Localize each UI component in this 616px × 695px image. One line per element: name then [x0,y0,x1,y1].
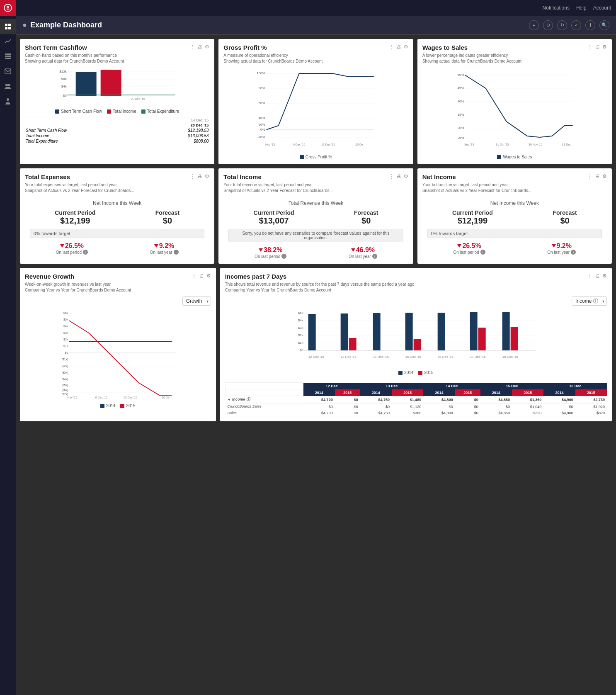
incomes-actions: ⋮ 🖨 ⚙ [587,273,607,279]
rev-growth-print-icon[interactable]: 🖨 [199,273,204,279]
incomes-settings-icon[interactable]: ⚙ [602,273,607,279]
net-income-delta1-label: On last period i [453,250,485,255]
svg-text:16 Dec '15: 16 Dec '15 [437,355,454,359]
svg-text:$3k: $3k [63,331,68,334]
cashflow-print-icon[interactable]: 🖨 [197,44,202,50]
svg-text:40%: 40% [259,116,265,120]
rev-growth-settings-icon[interactable]: ⚙ [206,273,211,279]
incomes-dropdown[interactable]: Income ⓘ [572,296,607,306]
account-link[interactable]: Account [593,5,611,11]
card-wages-to-sales: Wages to Sales ⋮ 🖨 ⚙ A lower percentage … [417,39,612,164]
edit-button[interactable]: ✓ [571,20,581,30]
cashflow-menu-icon[interactable]: ⋮ [190,44,195,50]
expenses-delta1-info[interactable]: i [83,250,88,255]
share-button[interactable]: ⊖ [543,20,553,30]
svg-text:0%: 0% [260,128,265,131]
expenses-forecast-value: $0 [155,216,179,226]
expenses-settings-icon[interactable]: ⚙ [205,173,209,179]
16dec-2014: 2014 [543,389,575,396]
svg-text:-20%: -20% [257,135,265,139]
sidebar-item-chart[interactable] [0,34,16,49]
net-income-print-icon[interactable]: 🖨 [595,173,600,179]
income-delta2-info[interactable]: i [372,254,377,259]
main-area: Notifications Help Account ● Example Das… [16,0,616,695]
table-13dec-header: 13 Dec [360,383,424,389]
help-link[interactable]: Help [576,5,587,11]
incomes-data-table: 12 Dec 13 Dec 14 Dec 15 Dec 16 Dec 2014 … [225,382,607,416]
sidebar-item-grid[interactable] [0,49,16,64]
net-income-delta2-info[interactable]: i [571,250,576,255]
income-print-icon[interactable]: 🖨 [396,173,401,179]
svg-text:13 Dec '15: 13 Dec '15 [321,143,335,146]
net-income-menu-icon[interactable]: ⋮ [587,173,592,179]
gross-profit-menu-icon[interactable]: ⋮ [389,44,394,50]
sidebar-item-dashboard[interactable] [0,19,16,34]
income-subtitle: Your total revenue vs target, last perio… [223,182,408,194]
net-income-forecast-label: Forecast [553,209,577,216]
svg-rect-4 [5,27,7,29]
income-progress: Sorry, you do not have any scenarios to … [228,229,403,242]
svg-rect-11 [9,56,11,57]
rev-growth-menu-icon[interactable]: ⋮ [192,273,196,279]
table-14dec-header: 14 Dec [423,383,480,389]
logo[interactable]: B [0,0,16,16]
svg-point-16 [5,84,8,86]
add-button[interactable]: + [529,20,539,30]
svg-text:50%: 50% [457,73,464,77]
expenses-menu-icon[interactable]: ⋮ [190,173,195,179]
info-button[interactable]: ℹ [585,20,595,30]
wages-menu-icon[interactable]: ⋮ [587,44,592,50]
crunchboards-16dec-2014: $0 [543,403,575,410]
svg-text:$5k: $5k [63,318,68,321]
wages-settings-icon[interactable]: ⚙ [602,44,607,50]
crunchboards-13dec-2015: $1,120 [392,403,423,410]
rev-growth-dropdown[interactable]: Growth Value [182,296,211,306]
crunchboards-row-label: CrunchBoards Sales [225,403,303,410]
row-1: Short Term Cashflow ⋮ 🖨 ⚙ Cash-on-hand b… [20,39,612,164]
rev-growth-actions: ⋮ 🖨 ⚙ [192,273,211,279]
cashflow-settings-icon[interactable]: ⚙ [205,44,209,50]
search-button[interactable]: 🔍 [599,20,609,30]
svg-text:35%: 35% [457,113,464,117]
sidebar-item-mail[interactable] [0,64,16,79]
gross-profit-print-icon[interactable]: 🖨 [396,44,401,50]
income-delta1-info[interactable]: i [281,254,286,259]
incomes-menu-icon[interactable]: ⋮ [587,273,592,279]
legend-expenditure: Total Expenditure [141,109,179,114]
income-16dec-2015: $2,739 [575,396,607,404]
svg-rect-5 [8,27,11,29]
net-income-delta1-info[interactable]: i [480,250,485,255]
expenses-header: Total Expenses ⋮ 🖨 ⚙ [25,173,209,180]
svg-rect-101 [308,314,315,350]
notifications-link[interactable]: Notifications [543,5,570,11]
income-menu-icon[interactable]: ⋮ [389,173,394,179]
expenses-delta2-val: 9.2% [150,242,179,250]
income-delta2: 46.9% On last year i [349,246,377,259]
svg-text:60%: 60% [259,101,265,105]
refresh-button[interactable]: ↻ [557,20,567,30]
income-14dec-2014: $4,800 [423,396,455,404]
net-income-forecast-value: $0 [553,216,577,226]
expenses-actions: ⋮ 🖨 ⚙ [190,173,209,179]
sidebar-item-person[interactable] [0,94,16,109]
rev-growth-chart: $6k $5k $4k $3k $2k $1k $0 ($1k) ($2k) (… [25,308,211,399]
sales-16dec-2014: $4,900 [543,410,575,416]
income-settings-icon[interactable]: ⚙ [404,173,408,179]
sidebar-item-users[interactable] [0,79,16,94]
net-income-settings-icon[interactable]: ⚙ [602,173,607,179]
table-15dec-header: 15 Dec [480,383,544,389]
incomes-print-icon[interactable]: 🖨 [595,273,600,279]
gross-profit-settings-icon[interactable]: ⚙ [404,44,408,50]
expenses-delta2-info[interactable]: i [174,250,179,255]
sales-16dec-2015: $820 [575,410,607,416]
income-14dec-2015: $0 [455,396,480,404]
sidebar: B [0,0,16,695]
expenses-current-col: Current Period $12,199 [55,209,95,226]
svg-rect-8 [9,53,11,55]
income-current-value: $13,007 [254,216,294,226]
table-row-sales: Sales $4,700 $0 $4,750 $360 $4,800 $0 $4… [225,410,607,416]
wages-print-icon[interactable]: 🖨 [595,44,600,50]
expenses-print-icon[interactable]: 🖨 [197,173,202,179]
card-title-cashflow: Short Term Cashflow [25,44,87,51]
svg-rect-14 [9,58,11,59]
